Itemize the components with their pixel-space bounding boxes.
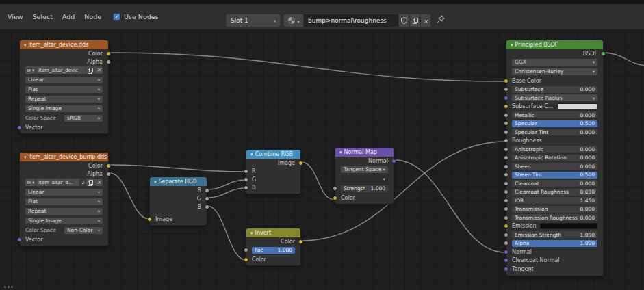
color-input-socket[interactable]	[333, 196, 337, 200]
gray-input-socket[interactable]	[504, 130, 508, 135]
node-separate-rgb[interactable]: Separate RGB R G B Image	[149, 176, 207, 226]
slot-dropdown[interactable]: Slot 1	[226, 14, 281, 27]
b-output-socket[interactable]	[205, 205, 209, 209]
gray-input-socket[interactable]	[504, 121, 508, 126]
gray-input-socket[interactable]	[504, 164, 508, 169]
value-slider[interactable]: Sheen0.000	[512, 163, 597, 170]
b-input-socket[interactable]	[244, 185, 248, 190]
value-slider[interactable]: Specular Tint0.000	[512, 129, 597, 135]
duplicate-image-button[interactable]	[86, 179, 94, 186]
menu-node[interactable]: Node	[79, 13, 106, 21]
node-image-texture-bump[interactable]: item_altar_device_bump.dds Color Alpha i…	[19, 152, 109, 246]
bsdf-row-clearcoat-roughness[interactable]: Clearcoat Roughness0.030	[506, 188, 603, 197]
value-slider[interactable]: Clearcoat0.000	[512, 180, 597, 187]
node-header[interactable]: item_altar_device.dds	[20, 40, 108, 49]
g-output-socket[interactable]	[205, 196, 209, 201]
collapse-chevron-icon[interactable]	[24, 154, 27, 160]
vector-input-socket[interactable]	[17, 237, 22, 242]
bsdf-row-transmission-roughness[interactable]: Transmission Roughness0.000	[506, 213, 603, 222]
color-output-socket[interactable]	[106, 163, 111, 168]
node-combine-rgb[interactable]: Combine RGB Image R G B	[246, 149, 301, 194]
bsdf-row-subsurface-c[interactable]: Subsurface C...	[506, 103, 603, 111]
gray-input-socket[interactable]	[504, 198, 508, 203]
collapse-chevron-icon[interactable]	[250, 230, 253, 236]
bsdf-row-metallic[interactable]: Metallic0.000	[506, 111, 603, 120]
value-slider[interactable]: Sheen Tint0.500	[512, 172, 597, 179]
node-invert[interactable]: Invert Color Fac 1.000 Color	[246, 228, 301, 266]
users-count-badge[interactable]: 2	[80, 179, 86, 186]
image-name-field[interactable]: item_altar_d...	[36, 179, 80, 186]
bsdf-row-subsurface[interactable]: Subsurface0.000	[506, 85, 603, 94]
bsdf-row-specular[interactable]: Specular0.500	[506, 120, 603, 129]
vector-input-socket[interactable]	[504, 250, 508, 254]
bsdf-output-socket[interactable]	[601, 51, 606, 56]
bsdf-row-anisotropic[interactable]: Anisotropic0.000	[506, 145, 603, 154]
pin-button[interactable]	[437, 15, 445, 25]
node-header[interactable]: Normal Map	[335, 148, 394, 157]
node-graph-canvas[interactable]: item_altar_device.dds Color Alpha item_a…	[0, 0, 644, 290]
collapse-chevron-icon[interactable]	[511, 42, 513, 48]
bsdf-row-sheen-tint[interactable]: Sheen Tint0.500	[506, 171, 603, 180]
strength-input-socket[interactable]	[333, 186, 337, 191]
value-slider[interactable]: Emission Strength1.000	[512, 231, 597, 238]
bsdf-row-sheen[interactable]: Sheen0.000	[506, 162, 603, 171]
r-output-socket[interactable]	[205, 188, 209, 193]
bsdf-row-emission-strength[interactable]: Emission Strength1.000	[506, 230, 603, 239]
space-dropdown[interactable]: Tangent Space	[341, 166, 388, 173]
use-nodes-toggle[interactable]: Use Nodes	[113, 13, 159, 21]
vector-input-socket[interactable]	[17, 125, 22, 130]
bsdf-row-subsurface-radius[interactable]: Subsurface Radius	[506, 94, 603, 103]
fac-slider[interactable]: Fac 1.000	[252, 247, 295, 254]
extension-dropdown[interactable]: Repeat	[25, 208, 103, 215]
image-input-socket[interactable]	[147, 217, 152, 222]
image-browser-button[interactable]	[25, 66, 36, 74]
strength-slider[interactable]: Strength 1.000	[341, 185, 388, 192]
alpha-output-socket[interactable]	[106, 172, 111, 176]
color-output-socket[interactable]	[106, 51, 111, 56]
alpha-output-socket[interactable]	[106, 60, 111, 64]
gray-input-socket[interactable]	[504, 189, 508, 194]
color-input-socket[interactable]	[244, 257, 248, 262]
fac-input-socket[interactable]	[244, 248, 248, 252]
value-slider[interactable]: Alpha1.000	[512, 240, 597, 247]
bsdf-row-clearcoat[interactable]: Clearcoat0.000	[506, 179, 603, 188]
collapse-chevron-icon[interactable]	[24, 42, 27, 48]
gray-input-socket[interactable]	[504, 181, 508, 186]
material-name-input[interactable]	[304, 14, 398, 27]
collapse-chevron-icon[interactable]	[154, 179, 157, 185]
normal-output-socket[interactable]	[391, 159, 396, 163]
gray-input-socket[interactable]	[504, 233, 508, 237]
unlink-image-button[interactable]	[94, 66, 103, 74]
subsurface-method-dropdown[interactable]: Christensen-Burley	[512, 68, 597, 75]
value-slider[interactable]: Anisotropic Rotation0.000	[512, 155, 597, 161]
checkbox-checked-icon[interactable]	[113, 13, 120, 21]
value-slider[interactable]: Metallic0.000	[512, 111, 597, 118]
gray-input-socket[interactable]	[504, 138, 508, 143]
bsdf-row-alpha[interactable]: Alpha1.000	[506, 239, 603, 248]
projection-dropdown[interactable]: Flat	[25, 86, 103, 93]
r-input-socket[interactable]	[244, 169, 248, 174]
copy-material-button[interactable]	[409, 14, 420, 27]
image-name-field[interactable]: item_altar_devic	[36, 66, 86, 74]
collapse-chevron-icon[interactable]	[339, 149, 342, 155]
bsdf-row-anisotropic-rotation[interactable]: Anisotropic Rotation0.000	[506, 154, 603, 163]
menu-select[interactable]: Select	[28, 13, 57, 21]
interpolation-dropdown[interactable]: Linear	[25, 77, 103, 83]
use-nodes-label[interactable]: Use Nodes	[124, 13, 159, 21]
bsdf-row-transmission[interactable]: Transmission0.000	[506, 205, 603, 214]
source-dropdown[interactable]: Single Image	[25, 218, 103, 224]
vector-field[interactable]: Subsurface Radius	[512, 94, 597, 101]
vector-input-socket[interactable]	[504, 267, 508, 272]
g-input-socket[interactable]	[244, 177, 248, 182]
value-slider[interactable]: Transmission Roughness0.000	[512, 214, 597, 221]
gray-input-socket[interactable]	[504, 241, 508, 246]
yellow-input-socket[interactable]	[504, 224, 508, 228]
color-space-dropdown[interactable]: Non-Color	[64, 227, 103, 234]
node-header[interactable]: Separate RGB	[150, 177, 207, 186]
material-preview-dropdown[interactable]	[283, 14, 304, 27]
color-output-socket[interactable]	[298, 239, 303, 244]
node-image-texture-1[interactable]: item_altar_device.dds Color Alpha item_a…	[19, 40, 109, 134]
extension-dropdown[interactable]: Repeat	[25, 96, 103, 103]
vector-input-socket[interactable]	[504, 96, 508, 101]
bsdf-row-specular-tint[interactable]: Specular Tint0.000	[506, 128, 603, 137]
